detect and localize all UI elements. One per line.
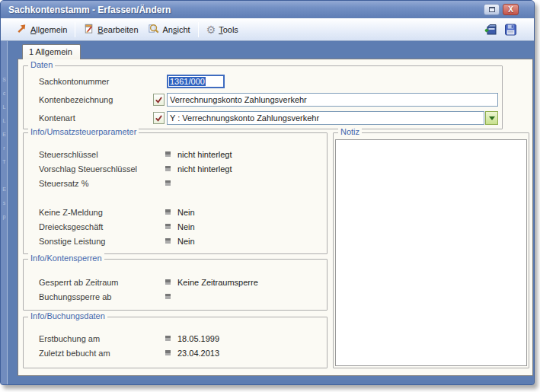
menu-bearbeiten[interactable]: Bearbeiten [78, 21, 142, 37]
restore-button[interactable] [484, 4, 500, 15]
info-row: Keine Z-Meldung Nein [39, 205, 323, 219]
info-row: Sonstige Leistung Nein [39, 234, 323, 248]
menu-allgemein-label: Allgemein [30, 25, 67, 34]
group-buchungsdaten: Info/Buchungsdaten Erstbuchung am 18.05.… [23, 317, 328, 368]
bullet-icon [165, 294, 171, 299]
window-title: Sachkontenstamm - Erfassen/Ändern [8, 5, 171, 15]
left-edge-cropped-vertical-text: S c L L E r T E s p [2, 73, 7, 224]
group-kontensperren: Info/Kontensperren Gesperrt ab Zeitraum … [23, 259, 328, 311]
restore-icon [489, 7, 495, 12]
notepad-icon [83, 23, 94, 36]
bullet-icon [165, 350, 171, 355]
kontenart-dropdown-button[interactable] [485, 111, 498, 125]
form-panel: Daten Sachkontonummer 1361/000 Kontenbez… [18, 59, 533, 376]
menu-allgemein[interactable]: Allgemein [11, 21, 72, 37]
package-button[interactable] [484, 24, 497, 36]
toolbar-separator [75, 22, 75, 37]
package-icon [484, 24, 497, 36]
menu-bearbeiten-label: Bearbeiten [97, 25, 138, 34]
info-row: Steuerschlüssel nicht hinterlegt [39, 147, 323, 161]
kontenbezeichnung-label: Kontenbezeichnung [39, 95, 153, 104]
screen: Sachkontenstamm - Erfassen/Ändern X Allg… [0, 0, 540, 392]
info-row: Buchungssperre ab [39, 289, 323, 304]
field-row-sachkontonummer: Sachkontonummer 1361/000 [39, 75, 498, 88]
menu-ansicht-label: Ansicht [163, 25, 190, 34]
bullet-icon [165, 180, 171, 186]
kontenart-confirm-button[interactable] [153, 112, 165, 124]
sachkontonummer-selected-text: 1361/000 [169, 77, 206, 86]
close-button[interactable]: X [503, 4, 519, 15]
bullet-icon [165, 166, 171, 171]
kontenart-label: Kontenart [39, 113, 153, 123]
group-buchungsdaten-title: Info/Buchungsdaten [28, 311, 107, 320]
sachkontonummer-label: Sachkontonummer [39, 77, 153, 86]
tab-allgemein[interactable]: 1 Allgemein [22, 44, 81, 59]
titlebar[interactable]: Sachkontenstamm - Erfassen/Ändern X [1, 1, 534, 18]
group-notiz: Notiz [333, 132, 529, 368]
toolbar: Allgemein Bearbeiten Ansicht ⚙ Tools [1, 18, 534, 41]
sachkontonummer-input[interactable]: 1361/000 [167, 75, 225, 88]
bullet-icon [165, 151, 171, 157]
kontenbezeichnung-input[interactable]: Verrechnungskonto Zahlungsverkehr [167, 93, 498, 107]
app-window: Sachkontenstamm - Erfassen/Ändern X Allg… [0, 0, 535, 385]
kontenbezeichnung-confirm-button[interactable] [153, 94, 165, 106]
field-row-kontenart: Kontenart Y : Verrechnungskonto Zahlungs… [39, 111, 498, 125]
checkmark-icon [155, 114, 163, 123]
save-icon [504, 24, 517, 36]
magnifier-icon [148, 23, 160, 36]
group-notiz-title: Notiz [338, 127, 362, 136]
window-controls: X [484, 4, 529, 15]
notiz-textarea[interactable] [335, 139, 527, 366]
toolbar-right [484, 24, 528, 36]
info-row: Steuersatz % [39, 176, 323, 190]
left-edge-strip: S c L L E r T E s p [1, 41, 8, 385]
kontenart-input[interactable]: Y : Verrechnungskonto Zahlungsverkehr [167, 111, 484, 125]
kontenart-combobox: Y : Verrechnungskonto Zahlungsverkehr [167, 111, 498, 125]
bullet-icon [165, 279, 171, 285]
info-row: Gesperrt ab Zeitraum Keine Zeitraumsperr… [39, 275, 323, 289]
menu-tools[interactable]: ⚙ Tools [202, 22, 243, 37]
gear-icon: ⚙ [206, 24, 216, 36]
chevron-down-icon [489, 116, 495, 120]
group-kontensperren-title: Info/Kontensperren [28, 253, 104, 263]
menu-tools-label: Tools [219, 25, 238, 34]
save-button[interactable] [504, 24, 517, 36]
checkmark-icon [155, 96, 163, 104]
workspace: S c L L E r T E s p 1 Allgemein Daten Sa… [1, 41, 534, 385]
bullet-icon [165, 224, 171, 229]
bullet-icon [165, 336, 171, 341]
group-umsatzsteuerparameter: Info/Umsatzsteuerparameter Steuerschlüss… [23, 132, 328, 254]
close-icon: X [508, 6, 513, 14]
bullet-icon [165, 209, 171, 215]
menu-ansicht[interactable]: Ansicht [143, 21, 195, 37]
bullet-icon [165, 238, 171, 244]
info-row: Zuletzt bebucht am 23.04.2013 [39, 346, 323, 360]
group-umsatzsteuerparameter-title: Info/Umsatzsteuerparameter [28, 127, 139, 136]
info-row: Erstbuchung am 18.05.1999 [39, 331, 323, 346]
info-row: Vorschlag Steuerschlüssel nicht hinterle… [39, 161, 323, 176]
field-row-kontenbezeichnung: Kontenbezeichnung Verrechnungskonto Zahl… [39, 93, 498, 107]
info-row: Dreiecksgeschäft Nein [39, 219, 323, 234]
group-daten: Daten Sachkontonummer 1361/000 Kontenbez… [23, 65, 503, 129]
toolbar-separator [198, 22, 199, 37]
group-daten-title: Daten [28, 60, 55, 69]
arrow-up-right-icon [16, 23, 27, 36]
